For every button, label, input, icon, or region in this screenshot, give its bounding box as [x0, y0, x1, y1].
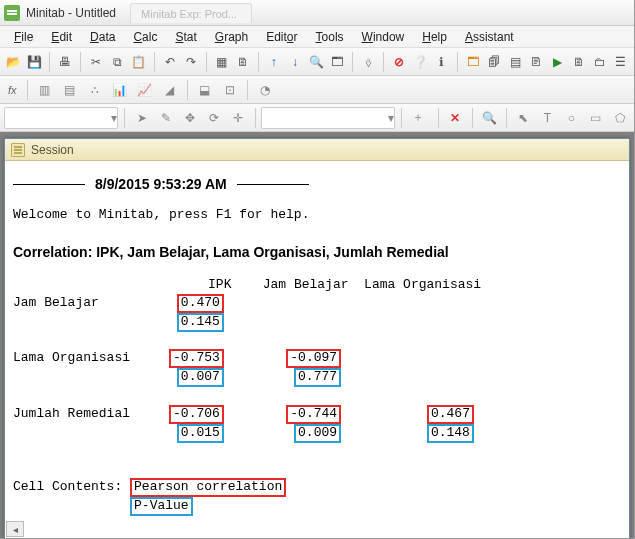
menu-stat[interactable]: Stat	[167, 28, 204, 46]
crosshair-icon[interactable]: ✛	[227, 107, 248, 129]
chart-pie-icon[interactable]: ◔	[254, 79, 276, 101]
replace-icon[interactable]: 🗔	[328, 51, 346, 73]
pointer-icon[interactable]: ➤	[131, 107, 152, 129]
session-window-icon[interactable]: 🗔	[464, 51, 482, 73]
separator	[255, 108, 256, 128]
menu-data[interactable]: Data	[82, 28, 123, 46]
dropdown-icon[interactable]: ▾	[4, 107, 118, 129]
scroll-left-button[interactable]: ◂	[6, 521, 24, 537]
print-icon[interactable]: 🖶	[56, 51, 74, 73]
cell-contents-pvalue: P-Value	[130, 497, 193, 516]
menu-help[interactable]: Help	[414, 28, 455, 46]
session-body[interactable]: 8/9/2015 9:53:29 AM Welcome to Minitab, …	[5, 161, 629, 538]
p-jumlah-jam: 0.009	[294, 424, 341, 443]
menu-editor[interactable]: Editor	[258, 28, 305, 46]
open-icon[interactable]: 📂	[4, 51, 22, 73]
menu-tools[interactable]: Tools	[308, 28, 352, 46]
separator	[187, 80, 188, 100]
select-tool-icon[interactable]: ⬉	[513, 107, 534, 129]
separator	[27, 80, 28, 100]
p-jumlah-lama: 0.148	[427, 424, 474, 443]
cancel-icon[interactable]: ⊘	[390, 51, 408, 73]
cell-contents-label: Cell Contents:	[13, 479, 122, 494]
menu-calc[interactable]: Calc	[125, 28, 165, 46]
col-header-jam: Jam Belajar	[263, 277, 349, 292]
report-icon[interactable]: 🗎	[569, 51, 587, 73]
rule-right	[237, 184, 309, 185]
folder-icon[interactable]: 🗀	[591, 51, 609, 73]
menu-edit[interactable]: Edit	[43, 28, 80, 46]
window-title: Minitab - Untitled	[26, 6, 116, 20]
menu-window[interactable]: Window	[354, 28, 413, 46]
insert-icon[interactable]: ⎀	[359, 51, 377, 73]
chart-row-icon[interactable]: ▤	[59, 79, 81, 101]
separator	[258, 52, 259, 72]
p-lama-ipk: 0.007	[177, 368, 224, 387]
session-titlebar[interactable]: Session	[5, 139, 629, 161]
separator	[472, 108, 473, 128]
separator	[383, 52, 384, 72]
rotate-icon[interactable]: ⟳	[203, 107, 224, 129]
select-dropdown-icon[interactable]: ▾	[261, 107, 394, 129]
text-tool-icon[interactable]: T	[537, 107, 558, 129]
chart-hist-icon[interactable]: ⬓	[194, 79, 216, 101]
close-x-icon[interactable]: ✕	[445, 107, 466, 129]
add-icon[interactable]: ＋	[408, 107, 429, 129]
show-graphs-icon[interactable]: ▶	[548, 51, 566, 73]
corr-lama-ipk: -0.753	[169, 349, 224, 368]
info-icon[interactable]: ℹ	[433, 51, 451, 73]
timestamp: 8/9/2015 9:53:29 AM	[95, 175, 227, 194]
separator	[438, 108, 439, 128]
corr-lama-jam: -0.097	[286, 349, 341, 368]
worksheet-icon[interactable]: ▦	[213, 51, 231, 73]
brush-icon[interactable]: ✎	[155, 107, 176, 129]
redo-icon[interactable]: ↷	[182, 51, 200, 73]
undo-icon[interactable]: ↶	[160, 51, 178, 73]
arrow-up-icon[interactable]: ↑	[265, 51, 283, 73]
shape-circle-icon[interactable]: ○	[561, 107, 582, 129]
move-icon[interactable]: ✥	[179, 107, 200, 129]
worksheet-window-icon[interactable]: ▤	[506, 51, 524, 73]
find-icon[interactable]: 🔍	[307, 51, 325, 73]
help-icon[interactable]: ❔	[411, 51, 429, 73]
shape-rect-icon[interactable]: ▭	[585, 107, 606, 129]
menu-assistant[interactable]: Assistant	[457, 28, 522, 46]
graph-window-icon[interactable]: 🖹	[527, 51, 545, 73]
corr-jam-ipk: 0.470	[177, 294, 224, 313]
chart-area-icon[interactable]: ◢	[159, 79, 181, 101]
menu-graph[interactable]: Graph	[207, 28, 256, 46]
toolbar-graph-edit: ▾ ➤ ✎ ✥ ⟳ ✛ ▾ ＋ ✕ 🔍 ⬉ T ○ ▭ ⬠	[0, 104, 634, 132]
separator	[49, 52, 50, 72]
chart-scatter-icon[interactable]: ∴	[84, 79, 106, 101]
chart-column-icon[interactable]: ▥	[34, 79, 56, 101]
save-icon[interactable]: 💾	[25, 51, 43, 73]
file-icon[interactable]: 🗎	[234, 51, 252, 73]
corr-jumlah-ipk: -0.706	[169, 405, 224, 424]
zoom-icon[interactable]: 🔍	[479, 107, 500, 129]
menubar: File Edit Data Calc Stat Graph Editor To…	[0, 26, 634, 48]
background-window-tab[interactable]: Minitab Exp: Prod...	[130, 3, 252, 23]
row-label-lama: Lama Organisasi	[13, 350, 130, 365]
p-lama-jam: 0.777	[294, 368, 341, 387]
separator	[401, 108, 402, 128]
row-label-jumlah: Jumlah Remedial	[13, 406, 130, 421]
menu-file[interactable]: File	[6, 28, 41, 46]
chart-bar-icon[interactable]: 📊	[109, 79, 131, 101]
copy-icon[interactable]: ⧉	[108, 51, 126, 73]
shape-poly-icon[interactable]: ⬠	[609, 107, 630, 129]
mdi-client-area: Session 8/9/2015 9:53:29 AM Welcome to M…	[0, 132, 634, 539]
arrow-down-icon[interactable]: ↓	[286, 51, 304, 73]
chart-box-icon[interactable]: ⊡	[219, 79, 241, 101]
cut-icon[interactable]: ✂	[87, 51, 105, 73]
session-icon	[11, 143, 25, 157]
timestamp-row: 8/9/2015 9:53:29 AM	[13, 175, 621, 194]
paste-icon[interactable]: 📋	[129, 51, 147, 73]
chart-line-icon[interactable]: 📈	[134, 79, 156, 101]
project-manager-icon[interactable]: 🗐	[485, 51, 503, 73]
session-window: Session 8/9/2015 9:53:29 AM Welcome to M…	[4, 138, 630, 539]
separator	[352, 52, 353, 72]
options-icon[interactable]: ☰	[612, 51, 630, 73]
p-jam-ipk: 0.145	[177, 313, 224, 332]
separator	[154, 52, 155, 72]
row-label-jam: Jam Belajar	[13, 295, 99, 310]
